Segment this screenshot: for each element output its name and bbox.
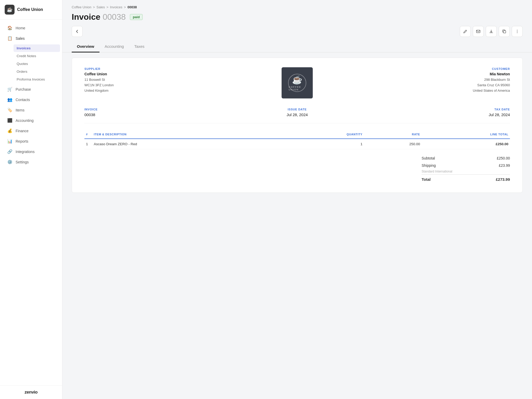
meta-tax-date: TAX DATE Jul 28, 2024 [372,108,510,117]
sidebar-item-items-label: Items [16,108,24,112]
sidebar-item-credit-notes[interactable]: Credit Notes [14,52,60,60]
sidebar-item-orders[interactable]: Orders [14,68,60,75]
sidebar-item-integrations[interactable]: 🔗 Integrations [2,147,60,157]
sidebar-item-reports-label: Reports [16,139,28,143]
tabs-bar: Overview Accounting Taxes [62,41,532,52]
totals-table: Subtotal £250.00 Shipping £23.99 Standar… [422,155,510,183]
sidebar-item-purchase[interactable]: 🛒 Purchase [2,84,60,94]
breadcrumb: Coffee Union > Sales > Invoices > 00038 [62,0,532,9]
svg-point-3 [517,31,517,32]
sidebar-item-finance[interactable]: 💰 Finance [2,126,60,136]
sidebar-item-sales-label: Sales [16,36,25,41]
total-label: Total [422,177,431,182]
customer-address: 298 Blackburn St Santa Cruz CA 95060 Uni… [319,77,510,93]
contacts-icon: 👥 [7,97,12,102]
tab-overview[interactable]: Overview [72,41,99,52]
breadcrumb-item-sales: Sales [96,5,105,9]
items-icon: 🏷️ [7,108,12,112]
page-title: Invoice 00038 [72,12,126,22]
sidebar-item-settings-label: Settings [16,160,29,164]
page-title-prefix: Invoice [72,12,100,22]
items-table: # ITEM & DESCRIPTION QUANTITY RATE LINE … [84,131,510,149]
sidebar-item-proforma-invoices[interactable]: Proforma Invoices [14,76,60,83]
sidebar-item-home-label: Home [16,26,25,30]
supplier-block: SUPPLIER Coffee Union 11 Boswell St WC1N… [84,67,275,93]
totals-section: Subtotal £250.00 Shipping £23.99 Standar… [84,155,510,183]
company-logo: ☕ Coffee Union [282,67,313,98]
col-num: # [84,131,92,139]
purchase-icon: 🛒 [7,87,12,92]
svg-rect-0 [476,30,480,33]
shipping-row: Shipping £23.99 Standard International [422,162,510,173]
sidebar-item-accounting-label: Accounting [16,118,34,123]
sidebar-item-contacts-label: Contacts [16,98,30,102]
download-icon [489,29,493,34]
sidebar-logo: ☕ Coffee Union [0,0,62,19]
sales-icon: 📋 [7,36,12,41]
copy-icon [502,29,506,34]
reports-icon: 📊 [7,139,12,144]
breadcrumb-item-company: Coffee Union [72,5,91,9]
zenvio-brand: zenvio [5,390,57,395]
back-button[interactable] [72,26,83,37]
svg-point-4 [517,32,517,33]
edit-icon [463,29,467,34]
invoice-header-row: SUPPLIER Coffee Union 11 Boswell St WC1N… [84,67,510,98]
settings-icon: ⚙️ [7,159,12,164]
sidebar-item-integrations-label: Integrations [16,150,35,154]
status-badge: paid [130,14,143,20]
email-icon [476,29,480,34]
subtotal-value: £250.00 [497,156,510,160]
edit-button[interactable] [460,26,471,37]
logo-cup-icon: ☕ [292,75,302,85]
total-row: Total £273.99 [422,174,510,183]
shipping-sub: Standard International [422,170,510,173]
invoice-card: SUPPLIER Coffee Union 11 Boswell St WC1N… [72,58,523,193]
col-line-total: LINE TOTAL [422,131,510,139]
sidebar-item-quotes[interactable]: Quotes [14,60,60,68]
email-button[interactable] [473,26,484,37]
customer-label: CUSTOMER [319,67,510,70]
sidebar-item-settings[interactable]: ⚙️ Settings [2,157,60,167]
logo-block: ☕ Coffee Union [282,67,313,98]
meta-issue-date: ISSUE DATE Jul 28, 2024 [228,108,366,117]
toolbar-right [460,26,523,37]
meta-invoice-number: INVOICE 00038 [84,108,222,117]
row-rate: 250.00 [364,139,422,149]
sidebar-item-accounting[interactable]: ⬛ Accounting [2,115,60,125]
sidebar-item-home[interactable]: 🏠 Home [2,23,60,33]
shipping-value: £23.99 [499,163,510,168]
col-rate: RATE [364,131,422,139]
col-description: ITEM & DESCRIPTION [92,131,285,139]
accounting-icon: ⬛ [7,118,12,123]
sidebar-nav: 🏠 Home 📋 Sales Invoices Credit Notes Quo… [0,19,62,385]
breadcrumb-item-invoices: Invoices [110,5,122,9]
finance-icon: 💰 [7,128,12,133]
table-row: 1 Ascaso Dream ZERO - Red 1 250.00 £250.… [84,139,510,149]
copy-button[interactable] [499,26,510,37]
sidebar-item-reports[interactable]: 📊 Reports [2,136,60,146]
total-value: £273.99 [496,177,510,182]
shipping-label: Shipping [422,163,436,168]
download-button[interactable] [486,26,497,37]
chevron-left-icon [75,29,79,34]
toolbar [62,26,532,41]
row-num: 1 [84,139,92,149]
sidebar-item-invoices[interactable]: Invoices [14,44,60,52]
home-icon: 🏠 [7,25,12,30]
invoice-meta-row: INVOICE 00038 ISSUE DATE Jul 28, 2024 TA… [84,108,510,123]
sidebar-item-items[interactable]: 🏷️ Items [2,105,60,115]
tab-accounting[interactable]: Accounting [99,41,129,52]
more-button[interactable] [512,26,523,37]
sidebar-subnav-sales: Invoices Credit Notes Quotes Orders Prof… [0,44,62,84]
integrations-icon: 🔗 [7,149,12,154]
sidebar-item-contacts[interactable]: 👥 Contacts [2,95,60,105]
sidebar-item-sales[interactable]: 📋 Sales [2,33,60,43]
sidebar-item-finance-label: Finance [16,129,29,133]
more-icon [515,29,519,34]
logo-icon: ☕ [5,5,15,15]
breadcrumb-item-number: 00038 [128,5,137,9]
main-content: Coffee Union > Sales > Invoices > 00038 … [62,0,532,399]
tab-taxes[interactable]: Taxes [129,41,150,52]
svg-rect-1 [503,31,506,33]
